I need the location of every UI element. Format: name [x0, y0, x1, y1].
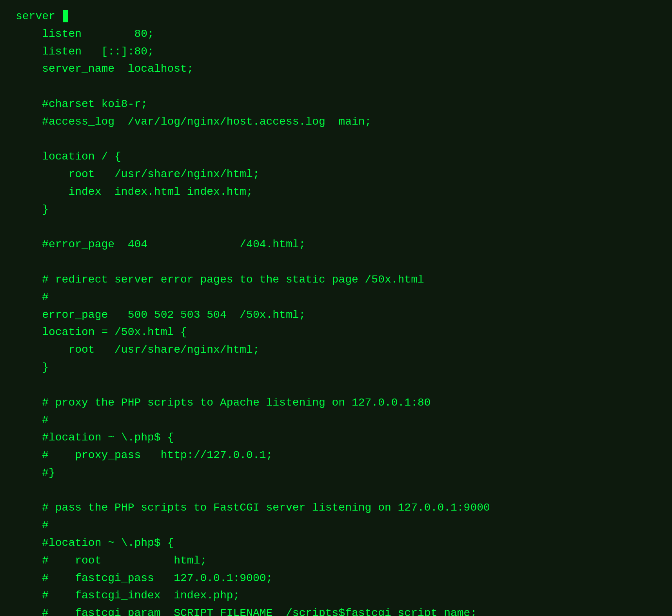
code-line: listen [::]:80;: [16, 43, 656, 61]
code-line: # proxy the PHP scripts to Apache listen…: [16, 394, 656, 412]
code-line: #access_log /var/log/nginx/host.access.l…: [16, 113, 656, 131]
code-line: # redirect server error pages to the sta…: [16, 271, 656, 289]
code-line: location = /50x.html {: [16, 324, 656, 341]
code-line: #error_page 404 /404.html;: [16, 236, 656, 254]
code-line: [16, 219, 656, 236]
code-line: # fastcgi_pass 127.0.0.1:9000;: [16, 570, 656, 587]
code-line: [16, 482, 656, 500]
code-line: }: [16, 359, 656, 377]
code-line: listen 80;: [16, 25, 656, 43]
code-line: root /usr/share/nginx/html;: [16, 166, 656, 183]
code-line: [16, 254, 656, 271]
code-line: #: [16, 289, 656, 306]
text-cursor: [63, 10, 68, 22]
code-line: [16, 377, 656, 394]
code-line: # fastcgi_index index.php;: [16, 587, 656, 605]
code-line: index index.html index.htm;: [16, 183, 656, 201]
code-line: error_page 500 502 503 504 /50x.html;: [16, 306, 656, 324]
code-line: # root html;: [16, 552, 656, 570]
code-line: #charset koi8-r;: [16, 96, 656, 113]
code-line: location / {: [16, 148, 656, 166]
code-line: # proxy_pass http://127.0.0.1;: [16, 447, 656, 464]
code-line: #location ~ \.php$ {: [16, 429, 656, 447]
code-line: #}: [16, 464, 656, 482]
code-line: [16, 78, 656, 96]
code-editor: server listen 80; listen [::]:80; server…: [16, 8, 656, 616]
code-line: #location ~ \.php$ {: [16, 534, 656, 552]
code-line: root /usr/share/nginx/html;: [16, 341, 656, 359]
code-line: #: [16, 411, 656, 429]
code-line: }: [16, 201, 656, 219]
code-line: # pass the PHP scripts to FastCGI server…: [16, 499, 656, 517]
code-line: server_name localhost;: [16, 60, 656, 78]
code-line: # fastcgi_param SCRIPT_FILENAME /scripts…: [16, 605, 656, 616]
code-line: [16, 131, 656, 149]
code-line: server: [16, 8, 656, 25]
code-line: #: [16, 517, 656, 534]
